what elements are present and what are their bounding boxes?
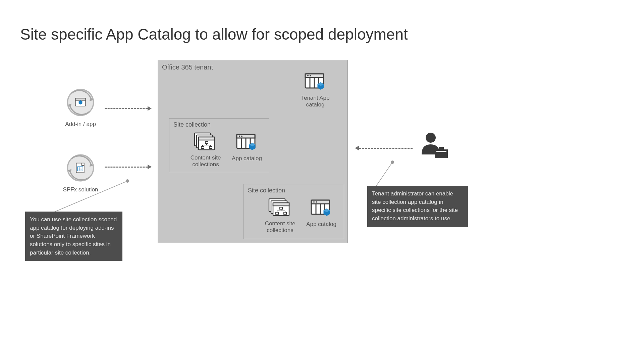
svg-point-35 xyxy=(241,136,243,137)
svg-point-34 xyxy=(239,136,240,137)
addin-label: Add-in / app xyxy=(60,121,101,128)
svg-point-61 xyxy=(426,133,436,143)
content-site-collections-label: Content site collections xyxy=(262,220,299,234)
arrow-addin-to-tenant xyxy=(105,108,148,109)
callout-connector-right xyxy=(374,161,394,187)
arrow-head-icon xyxy=(355,146,359,150)
app-catalog-label: App catalog xyxy=(305,221,338,228)
tenant-label: Office 365 tenant xyxy=(162,63,213,71)
site-collection-label: Site collection xyxy=(248,187,285,194)
tenant-app-catalog-icon xyxy=(305,73,326,91)
app-catalog-block-2: App catalog xyxy=(305,199,338,228)
arrow-head-icon xyxy=(148,106,152,111)
svg-rect-44 xyxy=(273,203,289,206)
svg-point-14 xyxy=(307,75,309,77)
app-catalog-icon xyxy=(311,199,332,218)
tenant-admin-block xyxy=(417,131,451,161)
svg-rect-4 xyxy=(75,98,86,100)
content-site-collections-label: Content site collections xyxy=(187,154,224,168)
spfx-cycle-icon: js xyxy=(65,153,96,183)
svg-point-55 xyxy=(316,201,317,203)
svg-rect-24 xyxy=(199,137,215,140)
arrow-admin-to-tenant xyxy=(359,148,413,149)
page-title: Site specific App Catalog to allow for s… xyxy=(20,25,408,43)
tenant-admin-icon xyxy=(419,131,449,160)
svg-point-15 xyxy=(310,75,311,77)
tenant-app-catalog-block: Tenant App catalog xyxy=(299,73,332,108)
addin-cycle-icon xyxy=(65,87,96,118)
callout-right: Tenant administrator can enable site col… xyxy=(367,186,468,227)
svg-rect-63 xyxy=(439,147,444,150)
callout-left: You can use site collection scoped app c… xyxy=(25,212,122,261)
addin-block: Add-in / app xyxy=(60,87,101,128)
site-collection-label: Site collection xyxy=(173,121,211,128)
app-catalog-icon xyxy=(236,134,258,152)
svg-text:js: js xyxy=(78,167,82,171)
svg-rect-62 xyxy=(435,149,448,158)
app-catalog-block-1: App catalog xyxy=(230,134,264,162)
app-catalog-label: App catalog xyxy=(230,155,264,162)
callout-connector-left xyxy=(50,179,129,214)
content-site-collections-icon xyxy=(268,198,292,217)
svg-rect-64 xyxy=(436,151,446,152)
svg-point-54 xyxy=(313,201,315,203)
svg-line-65 xyxy=(52,181,127,213)
arrow-spfx-to-tenant xyxy=(105,167,148,168)
tenant-app-catalog-label: Tenant App catalog xyxy=(299,95,332,108)
svg-line-66 xyxy=(376,162,392,187)
content-site-collections-icon xyxy=(194,132,217,151)
content-site-collections-block-2: Content site collections xyxy=(262,198,299,234)
content-site-collections-block-1: Content site collections xyxy=(187,132,224,168)
arrow-head-icon xyxy=(148,165,152,169)
